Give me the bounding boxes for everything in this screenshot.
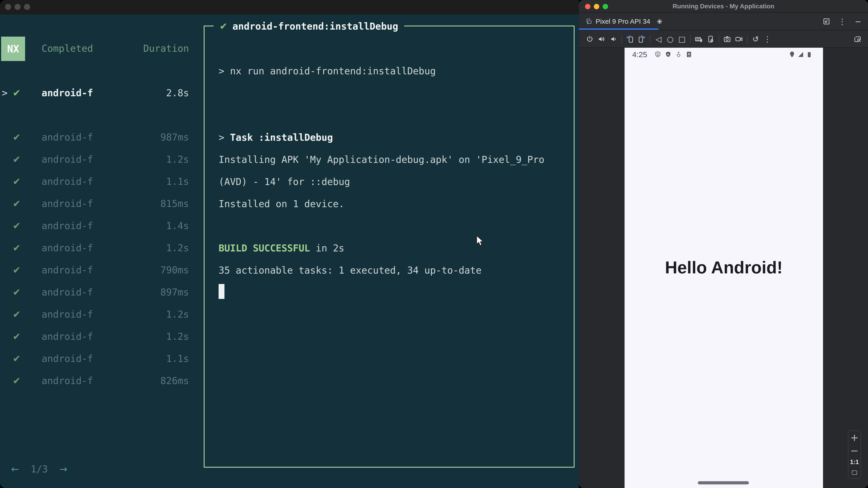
window-dot-icon[interactable] [14,4,21,10]
check-icon: ✔ [13,259,21,281]
check-icon: ✔ [219,21,227,32]
window-dot-icon[interactable] [24,4,30,10]
rotate-left-icon[interactable] [624,33,636,45]
restart-icon[interactable]: ↺ [750,33,762,45]
emulator-screen[interactable]: 4:25 A Hello Android! [625,48,823,488]
running-devices-window: Running Devices - My Application Pixel 9… [579,0,868,488]
home-icon[interactable]: ○ [664,33,676,45]
check-icon: ✔ [13,170,21,193]
active-tab-underline [579,29,658,30]
screenshot-icon[interactable] [721,33,733,45]
zoom-out-button[interactable]: − [850,446,859,456]
status-time: 4:25 [632,50,647,59]
terminal-text: BUILD SUCCESSFUL [219,242,310,254]
device-phone-icon [585,18,592,25]
task-duration: 790ms [160,259,189,281]
virtual-input-icon[interactable] [693,33,705,45]
terminal-text: Installed on 1 device. [219,198,344,209]
terminal-text: Task :installDebug [230,132,333,143]
gesture-navigation-bar[interactable] [698,481,749,484]
signal-icon [797,51,804,58]
zoom-controls: + − 1:1 [848,430,861,479]
rotate-right-icon[interactable] [636,33,648,45]
terminal-text: in 2s [310,242,344,254]
new-tab-button[interactable]: + [657,13,662,30]
terminal-window: NX Completed Duration >✔android-f2.8s✔an… [0,0,579,488]
location-icon [788,51,796,58]
screen-inspect-icon[interactable] [852,33,864,46]
terminal-text: (AVD) - 14' for ::debug [219,176,350,187]
task-row[interactable]: ✔android-f790ms [0,259,189,281]
zoom-in-button[interactable]: + [850,433,859,443]
task-duration: 1.1s [166,348,189,370]
overview-icon[interactable]: □ [676,33,688,45]
next-page-arrow[interactable]: → [59,464,67,475]
studio-titlebar: Running Devices - My Application [579,0,868,13]
terminal-text: > [219,132,230,143]
task-row[interactable]: ✔android-f1.1s [0,348,189,370]
task-row[interactable]: ✔android-f1.1s [0,170,189,193]
check-icon: ✔ [13,281,21,303]
task-name: android-f [41,237,93,259]
terminal-output-panel: ✔android-frontend:installDebug > nx run … [204,26,575,468]
play-protect-icon [664,51,672,58]
task-duration: 826ms [160,370,189,392]
terminal-text: Installing APK 'My Application-debug.apk… [219,154,544,165]
toolbar-separator [621,35,622,43]
check-icon: ✔ [13,193,21,215]
task-name: android-f [41,370,93,392]
row-spacer [0,104,189,126]
volume-down-icon[interactable] [608,33,619,45]
check-icon: ✔ [13,326,21,348]
more-vert-icon[interactable]: ⋮ [762,33,773,45]
status-right-icons [788,51,813,58]
toolbar-separator [690,35,690,43]
terminal-line: Installing APK 'My Application-debug.apk… [219,149,558,171]
android-statusbar: 4:25 A [625,48,823,61]
terminal-line: 35 actionable tasks: 1 executed, 34 up-t… [219,259,558,282]
float-window-icon[interactable] [820,15,832,28]
zoom-actual-size-button[interactable]: 1:1 [850,459,859,466]
fit-screen-icon[interactable] [850,469,858,477]
task-row[interactable]: ✔android-f1.2s [0,326,189,348]
check-icon: ✔ [13,149,21,170]
toolbar-separator [719,35,719,43]
device-tabbar: Pixel 9 Pro API 34 × + ⋮− [579,13,868,30]
task-duration: 1.2s [166,149,189,170]
prev-page-arrow[interactable]: ← [11,464,19,475]
task-name: android-f [41,281,93,303]
back-icon[interactable]: ◁ [653,33,664,45]
check-icon: ✔ [13,348,21,370]
task-row[interactable]: ✔android-f987ms [0,126,189,149]
task-row[interactable]: >✔android-f2.8s [0,82,189,104]
task-name: android-f [41,82,93,104]
task-name: android-f [41,326,93,348]
power-icon[interactable] [584,33,596,45]
hide-icon[interactable]: − [852,15,864,28]
terminal-output-title: ✔android-frontend:installDebug [214,20,404,33]
task-duration: 1.2s [166,303,189,326]
device-settings-icon[interactable] [705,33,716,45]
task-row[interactable]: ✔android-f1.2s [0,237,189,259]
task-duration: 815ms [160,193,189,215]
terminal-line [219,282,558,304]
task-name: android-f [41,193,93,215]
volume-up-icon[interactable] [596,33,608,45]
check-icon: ✔ [13,82,21,104]
task-row[interactable]: ✔android-f1.4s [0,215,189,237]
check-icon: ✔ [13,215,21,237]
tab-pixel-9-pro[interactable]: Pixel 9 Pro API 34 × [579,13,668,30]
task-row[interactable]: ✔android-f1.2s [0,149,189,170]
task-row[interactable]: ✔android-f897ms [0,281,189,303]
task-row[interactable]: ✔android-f815ms [0,193,189,215]
task-name: android-f [41,259,93,281]
window-dot-icon[interactable] [5,4,11,10]
task-row[interactable]: ✔android-f1.2s [0,303,189,326]
window-title: Running Devices - My Application [579,0,868,13]
task-duration: 1.1s [166,170,189,193]
terminal-line: Installed on 1 device. [219,193,558,215]
screen-record-icon[interactable] [733,33,745,45]
task-name: android-f [41,348,93,370]
more-vert-icon[interactable]: ⋮ [836,15,848,28]
task-row[interactable]: ✔android-f826ms [0,370,189,392]
